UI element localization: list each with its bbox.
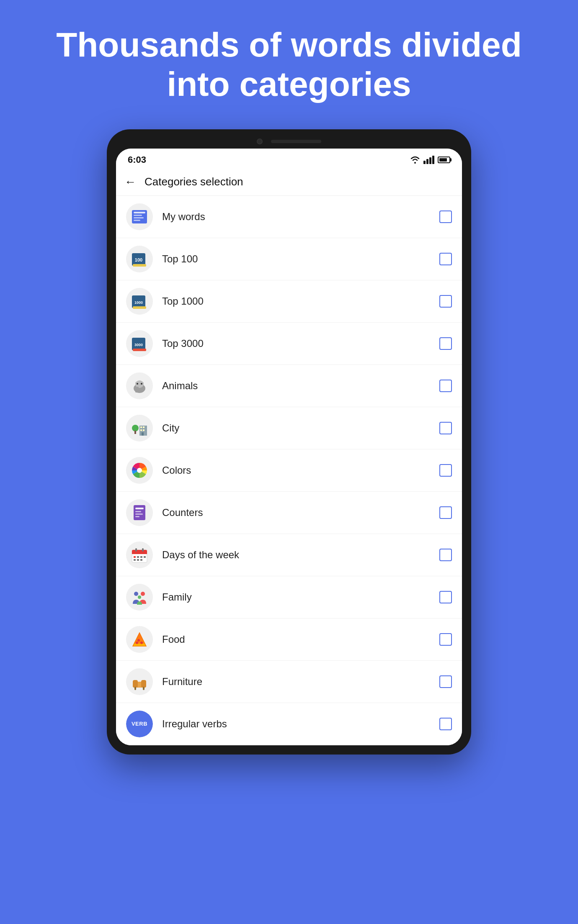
category-label-furniture: Furniture <box>162 676 439 688</box>
svg-point-49 <box>138 595 141 599</box>
svg-rect-1 <box>134 212 145 213</box>
list-item[interactable]: 3000 Top 3000 <box>116 323 462 365</box>
svg-point-52 <box>136 642 138 644</box>
svg-rect-56 <box>134 687 136 690</box>
wifi-icon <box>410 156 420 164</box>
svg-rect-9 <box>133 306 146 309</box>
list-item[interactable]: Food <box>116 619 462 661</box>
checkbox-furniture[interactable] <box>439 675 452 688</box>
phone-screen: 6:03 ← Categorie <box>116 149 462 745</box>
list-item[interactable]: City <box>116 407 462 449</box>
category-icon-counters <box>126 499 153 526</box>
checkbox-animals[interactable] <box>439 380 452 392</box>
svg-point-51 <box>140 642 143 644</box>
list-item[interactable]: 100 Top 100 <box>116 238 462 280</box>
svg-rect-40 <box>134 556 136 558</box>
checkbox-city[interactable] <box>439 422 452 434</box>
checkbox-family[interactable] <box>439 591 452 603</box>
category-icon-furniture <box>126 668 153 695</box>
category-label-top3000: Top 3000 <box>162 338 439 349</box>
phone-frame: 6:03 ← Categorie <box>107 129 471 755</box>
list-item[interactable]: 1000 Top 1000 <box>116 280 462 323</box>
svg-text:100: 100 <box>135 257 142 262</box>
svg-rect-34 <box>135 516 139 517</box>
status-icons <box>410 156 450 164</box>
category-label-animals: Animals <box>162 380 439 392</box>
checkbox-top3000[interactable] <box>439 337 452 350</box>
signal-icon <box>423 156 434 164</box>
category-list: My words 100 Top 100 <box>116 196 462 745</box>
svg-point-20 <box>132 425 139 431</box>
svg-rect-3 <box>134 217 144 218</box>
category-icon-top1000: 1000 <box>126 288 153 315</box>
svg-rect-24 <box>143 426 144 428</box>
list-item[interactable]: Family <box>116 576 462 619</box>
svg-point-18 <box>137 383 138 385</box>
list-item[interactable]: Counters <box>116 492 462 534</box>
svg-rect-31 <box>135 508 144 509</box>
category-label-counters: Counters <box>162 507 439 518</box>
checkbox-food[interactable] <box>439 633 452 646</box>
list-item[interactable]: VERB Irregular verbs <box>116 703 462 745</box>
list-item[interactable]: Animals <box>116 365 462 407</box>
svg-rect-42 <box>140 556 142 558</box>
checkbox-mywords[interactable] <box>439 210 452 223</box>
svg-rect-25 <box>140 429 142 431</box>
category-icon-verbs: VERB <box>126 711 153 737</box>
checkbox-top1000[interactable] <box>439 295 452 308</box>
list-item[interactable]: Colors <box>116 449 462 492</box>
battery-icon <box>438 157 450 163</box>
category-label-city: City <box>162 422 439 434</box>
category-icon-top3000: 3000 <box>126 330 153 357</box>
app-header: ← Categories selection <box>116 169 462 196</box>
svg-point-29 <box>137 468 142 473</box>
svg-rect-23 <box>140 426 142 428</box>
hero-title: Thousands of words divided into categori… <box>0 25 578 104</box>
svg-point-47 <box>134 592 138 596</box>
category-label-colors: Colors <box>162 465 439 476</box>
category-label-family: Family <box>162 591 439 603</box>
svg-rect-32 <box>135 511 141 512</box>
category-icon-family <box>126 584 153 611</box>
svg-rect-55 <box>141 680 146 688</box>
svg-rect-26 <box>143 429 144 431</box>
svg-rect-4 <box>134 220 140 221</box>
svg-rect-39 <box>142 548 144 552</box>
category-label-top1000: Top 1000 <box>162 295 439 307</box>
header-title: Categories selection <box>144 175 243 188</box>
category-label-verbs: Irregular verbs <box>162 718 439 730</box>
svg-rect-27 <box>142 432 144 436</box>
svg-point-50 <box>137 639 140 642</box>
list-item[interactable]: My words <box>116 196 462 238</box>
svg-rect-43 <box>144 556 146 558</box>
checkbox-days[interactable] <box>439 549 452 561</box>
svg-rect-57 <box>143 687 144 690</box>
svg-point-19 <box>141 383 142 385</box>
svg-rect-46 <box>140 559 142 561</box>
svg-rect-12 <box>133 349 146 351</box>
checkbox-colors[interactable] <box>439 464 452 477</box>
svg-text:3000: 3000 <box>134 343 143 347</box>
category-label-top100: Top 100 <box>162 253 439 265</box>
list-item[interactable]: Days of the week <box>116 534 462 576</box>
checkbox-counters[interactable] <box>439 506 452 519</box>
back-button[interactable]: ← <box>124 175 136 189</box>
category-icon-days <box>126 542 153 568</box>
svg-rect-6 <box>133 264 146 267</box>
status-time: 6:03 <box>128 154 146 165</box>
category-label-food: Food <box>162 634 439 645</box>
svg-rect-30 <box>134 505 145 520</box>
svg-rect-38 <box>135 548 137 552</box>
svg-text:1000: 1000 <box>134 300 143 305</box>
svg-rect-41 <box>137 556 139 558</box>
checkbox-top100[interactable] <box>439 253 452 265</box>
status-bar: 6:03 <box>116 149 462 169</box>
category-icon-food <box>126 626 153 653</box>
checkbox-verbs[interactable] <box>439 718 452 730</box>
category-label-mywords: My words <box>162 211 439 223</box>
svg-rect-2 <box>134 215 142 216</box>
list-item[interactable]: Furniture <box>116 661 462 703</box>
category-icon-top100: 100 <box>126 246 153 272</box>
svg-rect-54 <box>133 680 138 688</box>
category-icon-colors <box>126 457 153 484</box>
